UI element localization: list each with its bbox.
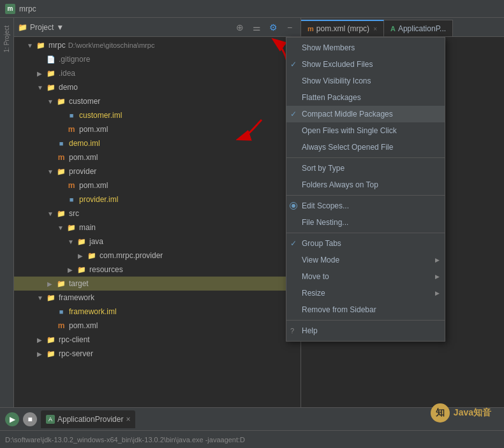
root-path: D:\work\me\gitoschina\mrpc xyxy=(68,41,155,49)
menu-show-members[interactable]: Show Members xyxy=(286,40,445,56)
tree-item-customer[interactable]: ▼ 📁 customer xyxy=(14,94,300,108)
tree-item-main[interactable]: ▼ 📁 main xyxy=(14,220,300,235)
tree-item-java[interactable]: ▼ 📁 java xyxy=(14,235,300,249)
tree-item-customer-pom[interactable]: m pom.xml xyxy=(14,122,300,136)
tree-item-rpc-server[interactable]: ▶ 📁 rpc-server xyxy=(14,347,300,361)
equalizer-toolbar-btn[interactable]: ⚌ xyxy=(249,20,263,34)
menu-show-visibility[interactable]: Show Visibility Icons xyxy=(286,73,445,89)
menu-sep-3 xyxy=(286,233,445,233)
root-label: mrpc xyxy=(48,41,66,50)
menu-sort-type[interactable]: Sort by Type xyxy=(286,160,445,177)
run-bar: ▶ ■ A ApplicationProvider × xyxy=(0,407,504,430)
tree-item-provider[interactable]: ▼ 📁 provider xyxy=(14,164,300,178)
menu-sep-2 xyxy=(286,195,445,196)
app-icon: m xyxy=(5,4,15,14)
tree-item-framework-pom[interactable]: m pom.xml xyxy=(14,319,300,333)
menu-file-nesting[interactable]: File Nesting... xyxy=(286,214,445,231)
tree-item-resources[interactable]: ▶ 📁 resources xyxy=(14,263,300,277)
menu-show-excluded[interactable]: ✓ Show Excluded Files xyxy=(286,56,445,73)
menu-compact-middle[interactable]: ✓ Compact Middle Packages xyxy=(286,106,445,122)
tree-item-customer-iml[interactable]: ■ customer.iml xyxy=(14,108,300,122)
run-tab[interactable]: A ApplicationProvider × xyxy=(41,410,135,428)
run-stop-button[interactable]: ■ xyxy=(23,412,37,426)
tree-item-src[interactable]: ▼ 📁 src xyxy=(14,206,300,220)
status-text: D:\software\jdk-13.0.2_windows-x64_bin\j… xyxy=(5,436,499,444)
tree-item-rpc-client[interactable]: ▶ 📁 rpc-client xyxy=(14,333,300,347)
tree-item-com-mrpc[interactable]: ▶ 📁 com.mrpc.provider xyxy=(14,249,300,263)
run-tab-icon: A xyxy=(46,415,55,424)
watermark-text: Java知音 xyxy=(454,407,491,419)
run-tab-close[interactable]: × xyxy=(126,415,130,424)
status-bar: D:\software\jdk-13.0.2_windows-x64_bin\j… xyxy=(0,430,504,448)
close-toolbar-btn[interactable]: − xyxy=(283,20,297,34)
title-bar-text: mrpc xyxy=(19,4,36,13)
watermark-icon: 知 xyxy=(431,403,450,423)
tree-item-gitignore[interactable]: 📄 .gitignore xyxy=(14,52,300,66)
side-strip: 1: Project xyxy=(0,18,14,407)
menu-group-tabs[interactable]: ✓ Group Tabs xyxy=(286,235,445,252)
tree-root[interactable]: ▼ 📁 mrpc D:\work\me\gitoschina\mrpc xyxy=(14,38,300,52)
project-panel: 📁 Project ▼ ⊕ ⚌ ⚙ − ▼ 📁 mrpc D:\work\me\… xyxy=(14,18,301,407)
tree-item-demo[interactable]: ▼ 📁 demo xyxy=(14,80,300,94)
radio-icon xyxy=(290,202,297,210)
tree-item-framework[interactable]: ▼ 📁 framework xyxy=(14,291,300,305)
context-menu: Show Members ✓ Show Excluded Files Show … xyxy=(286,37,445,342)
tree-item-idea[interactable]: ▶ 📁 .idea xyxy=(14,66,300,80)
run-tab-label: ApplicationProvider xyxy=(57,415,123,424)
project-dropdown-btn[interactable]: ▼ xyxy=(56,23,64,32)
title-bar: m mrpc xyxy=(0,0,504,18)
tree-item-target[interactable]: ▶ 📁 target xyxy=(14,277,300,291)
project-toolbar: 📁 Project ▼ ⊕ ⚌ ⚙ − xyxy=(14,18,300,37)
menu-flatten-packages[interactable]: Flatten Packages xyxy=(286,89,445,106)
menu-move-to[interactable]: Move to xyxy=(286,268,445,285)
tree-item-provider-iml[interactable]: ■ provider.iml xyxy=(14,192,300,206)
menu-resize[interactable]: Resize xyxy=(286,285,445,301)
globe-toolbar-btn[interactable]: ⊕ xyxy=(233,20,247,34)
menu-open-single[interactable]: Open Files with Single Click xyxy=(286,122,445,139)
side-strip-label: 1: Project xyxy=(3,25,10,52)
file-tree: ▼ 📁 mrpc D:\work\me\gitoschina\mrpc 📄 .g… xyxy=(14,37,300,407)
tree-item-demo-pom[interactable]: m pom.xml xyxy=(14,150,300,164)
menu-sep-4 xyxy=(286,320,445,321)
tab-application[interactable]: A ApplicationP... xyxy=(384,20,453,36)
menu-edit-scopes[interactable]: Edit Scopes... xyxy=(286,198,445,214)
editor-tabs: m pom.xml (mrpc) × A ApplicationP... xyxy=(301,18,504,37)
menu-always-select[interactable]: Always Select Opened File xyxy=(286,139,445,155)
menu-help[interactable]: ? Help xyxy=(286,322,445,339)
menu-folders-top[interactable]: Folders Always on Top xyxy=(286,177,445,193)
menu-remove-sidebar[interactable]: Remove from Sidebar xyxy=(286,301,445,318)
run-play-button[interactable]: ▶ xyxy=(5,412,19,426)
menu-sep-1 xyxy=(286,157,445,158)
menu-view-mode[interactable]: View Mode xyxy=(286,252,445,268)
tree-item-demo-iml[interactable]: ■ demo.iml xyxy=(14,136,300,150)
tab-pom-xml[interactable]: m pom.xml (mrpc) × xyxy=(301,20,384,36)
tree-item-provider-pom[interactable]: m pom.xml xyxy=(14,178,300,192)
watermark: 知 Java知音 xyxy=(431,403,491,423)
tab-close-pom[interactable]: × xyxy=(373,25,377,33)
tree-item-framework-iml[interactable]: ■ framework.iml xyxy=(14,305,300,319)
project-panel-title: 📁 Project ▼ xyxy=(18,23,230,32)
settings-toolbar-btn[interactable]: ⚙ xyxy=(266,20,280,34)
